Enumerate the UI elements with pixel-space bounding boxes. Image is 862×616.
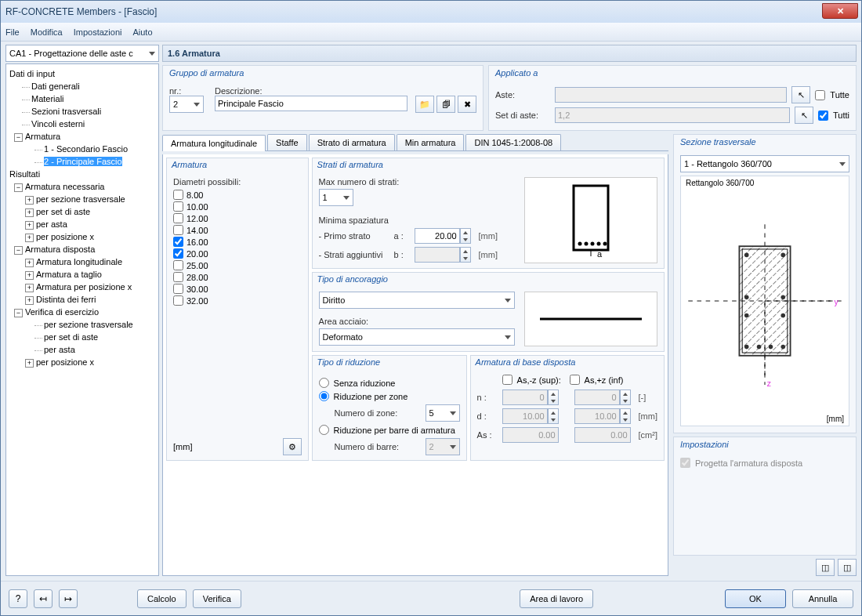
tree-item[interactable]: per sezione trasversale (44, 320, 133, 329)
strati-agg-label: - Strati aggiuntivi (319, 250, 389, 259)
ok-button[interactable]: OK (725, 589, 786, 608)
expand-icon[interactable]: + (25, 284, 34, 292)
expand-icon[interactable]: + (25, 196, 34, 205)
tutti-check[interactable]: Tutti (818, 111, 849, 121)
tree-item[interactable]: Armatura a taglio (36, 270, 102, 279)
pick-aste-button[interactable]: ↖ (791, 86, 810, 103)
radio-zone[interactable]: Riduzione per zone (319, 391, 460, 401)
collapse-icon[interactable]: − (14, 246, 23, 255)
tab-min[interactable]: Min armatura (397, 134, 465, 150)
radio-barre[interactable]: Riduzione per barre di armatura (319, 425, 460, 435)
tree-results-header[interactable]: Risultati (8, 168, 157, 180)
tree-arm-req[interactable]: Armatura necessaria (25, 182, 105, 191)
collapse-icon[interactable]: − (14, 309, 23, 317)
tree-item[interactable]: Armatura per posizione x (36, 282, 132, 292)
tree-item[interactable]: per posizione x (36, 232, 94, 241)
expand-icon[interactable]: + (25, 259, 34, 267)
menu-file[interactable]: File (5, 27, 20, 37)
nav-prev-button[interactable]: ↤ (34, 589, 53, 608)
diameter-check[interactable]: 16.00 (173, 237, 302, 247)
menu-impostazioni[interactable]: Impostazioni (74, 27, 122, 37)
close-button[interactable]: ✕ (822, 3, 858, 19)
diameter-check[interactable]: 28.00 (173, 272, 302, 282)
tree-item[interactable]: per asta (36, 219, 67, 229)
a-spinner[interactable] (415, 228, 471, 244)
panel-header: Sezione trasversale (674, 135, 856, 152)
tab-din[interactable]: DIN 1045-1:2008-08 (465, 134, 561, 150)
copy-group-button[interactable]: 🗐 (436, 96, 455, 113)
area-select[interactable]: Deformato (319, 328, 515, 346)
menu-aiuto[interactable]: Aiuto (132, 27, 152, 37)
expand-icon[interactable]: + (25, 234, 34, 242)
cross-caption: Rettangolo 360/700 (686, 179, 754, 187)
pick-set-button[interactable]: ↖ (795, 107, 813, 124)
tree-item[interactable]: per asta (44, 345, 75, 354)
verifica-button[interactable]: Verifica (193, 589, 241, 608)
diameter-check[interactable]: 25.00 (173, 260, 302, 270)
tree-item[interactable]: Armatura longitudinale (36, 257, 122, 266)
max-strati-select[interactable]: 1 (319, 189, 353, 206)
tutte-check[interactable]: Tutte (815, 90, 849, 100)
diameter-check[interactable]: 20.00 (173, 248, 302, 259)
tree-item[interactable]: Vincoli esterni (31, 119, 85, 129)
expand-icon[interactable]: + (25, 271, 34, 280)
sezione-select[interactable]: 1 - Rettangolo 360/700 (680, 155, 849, 172)
calcolo-button[interactable]: Calcolo (137, 589, 187, 608)
ancoraggio-select[interactable]: Diritto (319, 292, 515, 309)
a-label: a : (394, 231, 410, 241)
svg-point-5 (603, 242, 607, 246)
nr-select[interactable]: 2 (169, 96, 204, 113)
diameter-settings-button[interactable]: ⚙ (283, 438, 302, 455)
tab-strato[interactable]: Strato di armatura (309, 134, 395, 150)
menu-modifica[interactable]: Modifica (31, 27, 63, 37)
expand-icon[interactable]: + (25, 296, 34, 305)
panel-armatura: Armatura Diametri possibili: 8.0010.0012… (166, 158, 309, 461)
tab-staffe[interactable]: Staffe (267, 134, 307, 150)
expand-icon[interactable]: + (25, 208, 34, 217)
delete-group-button[interactable]: ✖ (458, 96, 476, 113)
nav-tree[interactable]: Dati di input Dati generali Materiali Se… (5, 63, 159, 576)
diameter-check[interactable]: 32.00 (173, 295, 302, 306)
tree-item[interactable]: per set di aste (36, 207, 90, 216)
collapse-icon[interactable]: − (14, 133, 23, 142)
tree-arm-disp[interactable]: Armatura disposta (25, 245, 95, 254)
num-barre-label: Numero di barre: (335, 442, 421, 451)
tab-armatura-long[interactable]: Armatura longitudinale (162, 135, 266, 151)
tree-item[interactable]: Dati generali (31, 82, 80, 91)
tree-item-selected[interactable]: 2 - Principale Fascio (44, 157, 122, 166)
tree-ver-eser[interactable]: Verifica di esercizio (25, 307, 99, 317)
diameter-check[interactable]: 12.00 (173, 213, 302, 223)
case-selector[interactable]: CA1 - Progettazione delle aste c (5, 45, 159, 62)
desc-input[interactable] (215, 96, 407, 111)
nav-next-button[interactable]: ↦ (59, 589, 78, 608)
annulla-button[interactable]: Annulla (792, 589, 853, 608)
area-lavoro-button[interactable]: Area di lavoro (520, 589, 593, 608)
tree-item[interactable]: Distinta dei ferri (36, 295, 96, 304)
help-button[interactable]: ? (9, 589, 27, 608)
tree-item[interactable]: per set di aste (44, 332, 98, 342)
layout-button-2[interactable]: ◫ (838, 559, 857, 576)
expand-icon[interactable]: + (25, 221, 34, 230)
tree-item[interactable]: Materiali (31, 94, 64, 103)
collapse-icon[interactable]: − (14, 183, 23, 192)
tree-item[interactable]: Sezioni trasversali (31, 107, 101, 116)
new-group-button[interactable]: 📁 (415, 96, 434, 113)
as-label: As : (477, 430, 498, 440)
svg-point-2 (585, 242, 589, 246)
as-sup-check[interactable]: As,-z (sup): (502, 375, 565, 385)
tree-item[interactable]: 1 - Secondario Fascio (44, 144, 128, 154)
diameter-check[interactable]: 30.00 (173, 284, 302, 294)
diameter-check[interactable]: 10.00 (173, 201, 302, 212)
tree-item[interactable]: per posizione x (36, 357, 94, 367)
expand-icon[interactable]: + (25, 359, 34, 368)
diameter-check[interactable]: 14.00 (173, 225, 302, 235)
diameter-check[interactable]: 8.00 (173, 190, 302, 200)
layout-button-1[interactable]: ◫ (816, 559, 835, 576)
tree-input-header[interactable]: Dati di input (8, 67, 157, 80)
tree-armatura[interactable]: Armatura (25, 132, 60, 141)
as-inf-check[interactable]: As,+z (inf) (570, 375, 632, 385)
tree-item[interactable]: per sezione trasversale (36, 194, 125, 204)
unit-label: [mm] (827, 415, 844, 423)
num-zone-select[interactable]: 5 (426, 404, 460, 422)
radio-senza[interactable]: Senza riduzione (319, 378, 460, 388)
